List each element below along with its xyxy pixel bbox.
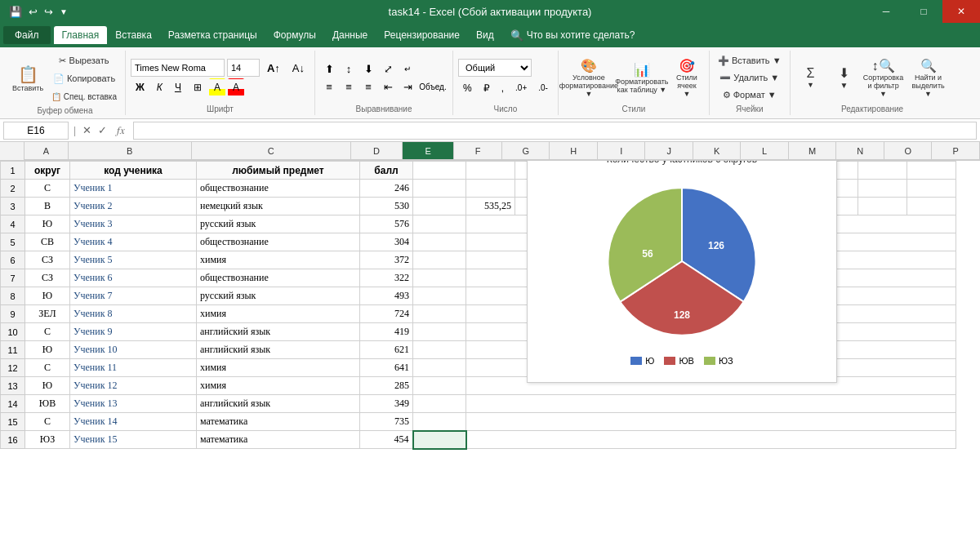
menu-formulas[interactable]: Формулы xyxy=(265,26,324,44)
bold-btn[interactable]: Ж xyxy=(131,78,149,96)
cell-c3[interactable]: немецкий язык xyxy=(197,198,360,216)
col-header-j[interactable]: J xyxy=(645,142,693,160)
cell-a7[interactable]: СЗ xyxy=(25,269,70,287)
col-header-a[interactable]: A xyxy=(24,142,69,160)
cell-c8[interactable]: русский язык xyxy=(197,287,360,305)
save-quick-btn[interactable]: 💾 xyxy=(7,4,24,20)
cell-c12[interactable]: химия xyxy=(197,359,360,377)
cell-b11[interactable]: Ученик 10 xyxy=(70,341,197,359)
cell-d15[interactable]: 735 xyxy=(360,413,413,431)
cell-c1[interactable]: любимый предмет xyxy=(197,162,360,180)
cell-d9[interactable]: 724 xyxy=(360,305,413,323)
cell-e2[interactable] xyxy=(413,180,466,198)
cell-f3[interactable]: 535,25 xyxy=(466,198,515,216)
cell-d1[interactable]: балл xyxy=(360,162,413,180)
row-header-14[interactable]: 14 xyxy=(1,395,25,413)
cell-d4[interactable]: 576 xyxy=(360,216,413,233)
font-color-btn[interactable]: А xyxy=(228,78,244,96)
fill-color-btn[interactable]: А xyxy=(209,78,225,96)
font-size-input[interactable]: 14 xyxy=(227,59,260,77)
qa-dropdown-btn[interactable]: ▼ xyxy=(57,6,70,18)
cell-a11[interactable]: Ю xyxy=(25,341,70,359)
underline-btn[interactable]: Ч xyxy=(170,78,186,96)
col-header-b[interactable]: B xyxy=(69,142,192,160)
cell-c11[interactable]: английский язык xyxy=(197,341,360,359)
cell-n2[interactable] xyxy=(858,180,907,198)
menu-insert[interactable]: Вставка xyxy=(107,26,160,44)
row-header-6[interactable]: 6 xyxy=(1,251,25,269)
cell-b14[interactable]: Ученик 13 xyxy=(70,395,197,413)
cell-b15[interactable]: Ученик 14 xyxy=(70,413,197,431)
cell-c9[interactable]: химия xyxy=(197,305,360,323)
col-header-g[interactable]: G xyxy=(502,142,550,160)
row-header-12[interactable]: 12 xyxy=(1,359,25,377)
cell-a16[interactable]: ЮЗ xyxy=(25,431,70,449)
cell-b9[interactable]: Ученик 8 xyxy=(70,305,197,323)
align-middle-btn[interactable]: ↕ xyxy=(340,60,358,77)
format-as-table-btn[interactable]: 📊 Форматировать как таблицу ▼ xyxy=(617,55,667,100)
cell-n3[interactable] xyxy=(858,198,907,216)
row-header-4[interactable]: 4 xyxy=(1,216,25,233)
row-header-13[interactable]: 13 xyxy=(1,377,25,395)
cell-a9[interactable]: ЗЕЛ xyxy=(25,305,70,323)
decrease-indent-btn[interactable]: ⇤ xyxy=(379,78,397,95)
cell-a8[interactable]: Ю xyxy=(25,287,70,305)
cell-b3[interactable]: Ученик 2 xyxy=(70,198,197,216)
increase-decimal-btn[interactable]: .0+ xyxy=(510,79,532,97)
cell-a4[interactable]: Ю xyxy=(25,216,70,233)
cell-a15[interactable]: С xyxy=(25,413,70,431)
merge-btn[interactable]: Объед. xyxy=(418,78,448,95)
row-header-16[interactable]: 16 xyxy=(1,431,25,449)
cell-b10[interactable]: Ученик 9 xyxy=(70,323,197,341)
cell-b12[interactable]: Ученик 11 xyxy=(70,359,197,377)
insert-cells-btn[interactable]: ➕ Вставить ▼ xyxy=(715,52,785,69)
row-header-10[interactable]: 10 xyxy=(1,323,25,341)
confirm-formula-icon[interactable]: ✓ xyxy=(96,122,109,138)
col-header-n[interactable]: N xyxy=(836,142,884,160)
row-header-5[interactable]: 5 xyxy=(1,233,25,251)
cell-e13[interactable] xyxy=(413,377,466,395)
paste-special-btn[interactable]: 📋 Спец. вставка xyxy=(48,88,120,104)
cell-e8[interactable] xyxy=(413,287,466,305)
cell-e10[interactable] xyxy=(413,323,466,341)
undo-btn[interactable]: ↩ xyxy=(26,4,40,20)
cell-b2[interactable]: Ученик 1 xyxy=(70,180,197,198)
cancel-formula-icon[interactable]: ✕ xyxy=(81,122,93,138)
menu-view[interactable]: Вид xyxy=(468,26,502,44)
row-header-2[interactable]: 2 xyxy=(1,180,25,198)
name-box[interactable] xyxy=(3,122,69,140)
formula-input[interactable] xyxy=(133,122,977,140)
cell-e3[interactable] xyxy=(413,198,466,216)
text-angle-btn[interactable]: ⤢ xyxy=(379,60,397,77)
cell-b1[interactable]: код ученика xyxy=(70,162,197,180)
cell-e15[interactable] xyxy=(413,413,466,431)
cell-c5[interactable]: обществознание xyxy=(197,233,360,251)
font-size-decrease-btn[interactable]: A↓ xyxy=(287,59,310,77)
cell-styles-btn[interactable]: 🎯 Стили ячеек ▼ xyxy=(670,55,704,100)
menu-page-layout[interactable]: Разметка страницы xyxy=(160,26,265,44)
col-header-e[interactable]: E xyxy=(403,142,454,160)
cell-c6[interactable]: химия xyxy=(197,251,360,269)
currency-btn[interactable]: % xyxy=(458,79,477,97)
align-bottom-btn[interactable]: ⬇ xyxy=(359,60,377,77)
cell-c13[interactable]: химия xyxy=(197,377,360,395)
cell-a1[interactable]: округ xyxy=(25,162,70,180)
insert-function-icon[interactable]: 𝑓𝑥 xyxy=(112,122,130,139)
row-header-7[interactable]: 7 xyxy=(1,269,25,287)
cell-e11[interactable] xyxy=(413,341,466,359)
redo-btn[interactable]: ↪ xyxy=(42,4,56,20)
font-size-increase-btn[interactable]: A↑ xyxy=(262,59,285,77)
cell-d3[interactable]: 530 xyxy=(360,198,413,216)
cell-f2[interactable] xyxy=(466,180,515,198)
cell-a3[interactable]: В xyxy=(25,198,70,216)
menu-home[interactable]: Главная xyxy=(54,26,108,44)
wrap-text-btn[interactable]: ↵ xyxy=(399,60,416,77)
cell-e7[interactable] xyxy=(413,269,466,287)
percent-btn[interactable]: ₽ xyxy=(479,79,495,97)
row-header-15[interactable]: 15 xyxy=(1,413,25,431)
align-center-btn[interactable]: ≡ xyxy=(340,78,358,95)
row-header-11[interactable]: 11 xyxy=(1,341,25,359)
increase-indent-btn[interactable]: ⇥ xyxy=(399,78,416,95)
cell-b4[interactable]: Ученик 3 xyxy=(70,216,197,233)
border-btn[interactable]: ⊞ xyxy=(189,78,207,96)
